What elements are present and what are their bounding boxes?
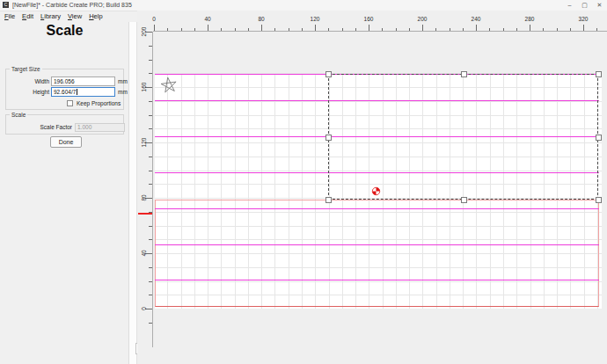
scale-factor-value: 1.000 — [77, 124, 91, 130]
application-window: C [NewFile]* - Carbide Create PRO; Build… — [0, 0, 607, 364]
v-ruler-label: 40 — [141, 250, 147, 256]
h-ruler-border — [153, 31, 607, 32]
window-controls: – ▢ ✕ — [562, 0, 607, 11]
height-unit-label: mm — [118, 89, 128, 95]
h-ruler-label: 240 — [472, 16, 481, 22]
menu-library[interactable]: Library — [40, 12, 61, 20]
stripe-vector-line[interactable] — [155, 244, 599, 245]
menu-help[interactable]: Help — [89, 12, 102, 20]
selection-handle[interactable] — [325, 197, 332, 203]
h-ruler-label: 0 — [152, 16, 156, 22]
selection-handle[interactable] — [461, 197, 467, 203]
origin-marker-icon — [371, 184, 381, 193]
v-ruler-label: 80 — [141, 194, 147, 200]
width-label: Width — [18, 78, 49, 84]
flag-outline-rect[interactable] — [155, 200, 599, 307]
v-ruler-label: 120 — [141, 138, 147, 148]
stripe-vector-line[interactable] — [155, 208, 599, 209]
height-input[interactable]: 92.604/7 — [51, 87, 115, 97]
width-input[interactable]: 196.056 — [51, 76, 115, 86]
ruler-cursor-mark — [138, 213, 152, 215]
target-size-legend: Target Size — [10, 66, 42, 73]
design-canvas-pane: 0408012016020024028032020016012080400 — [137, 11, 607, 364]
h-ruler-tick — [261, 25, 262, 31]
v-ruler-label: 200 — [141, 27, 147, 37]
h-ruler-tick — [369, 25, 369, 31]
h-ruler-tick — [208, 25, 208, 31]
scale-factor-input: 1.000 — [75, 123, 125, 132]
selection-handle[interactable] — [325, 71, 332, 77]
maximize-button[interactable]: ▢ — [577, 0, 592, 11]
keep-proportions-label: Keep Proportions — [77, 100, 121, 106]
close-button[interactable]: ✕ — [592, 0, 607, 11]
app-icon: C — [3, 2, 9, 8]
menu-bar: FileEditLibraryViewHelp — [0, 11, 137, 22]
h-ruler-tick — [476, 25, 477, 31]
width-unit-label: mm — [118, 78, 128, 84]
selection-handle[interactable] — [596, 197, 602, 203]
v-ruler-label: 0 — [141, 307, 147, 310]
selection-handle[interactable] — [325, 135, 332, 141]
h-ruler-label: 320 — [579, 16, 589, 22]
height-label: Height — [18, 89, 49, 95]
minimize-button[interactable]: – — [562, 0, 577, 11]
h-ruler-tick — [154, 25, 155, 31]
height-value: 92.604/7 — [54, 89, 76, 95]
h-ruler-label: 40 — [204, 16, 210, 22]
h-ruler-tick — [315, 25, 316, 31]
panel-title: Scale — [0, 23, 129, 39]
selection-handle[interactable] — [596, 135, 602, 141]
star-vector[interactable] — [160, 76, 178, 94]
selection-rect[interactable] — [328, 74, 598, 200]
h-ruler-tick — [422, 25, 423, 31]
h-ruler-label: 280 — [525, 16, 535, 22]
scale-tool-panel: Scale Target Size Width 196.056 mm Heigh… — [0, 22, 129, 364]
h-ruler-label: 200 — [418, 16, 428, 22]
done-button[interactable]: Done — [50, 136, 82, 148]
text-caret — [77, 89, 77, 95]
h-ruler-tick — [530, 25, 530, 31]
menu-file[interactable]: File — [4, 12, 15, 20]
h-ruler-tick — [583, 25, 584, 31]
width-value: 196.056 — [54, 78, 75, 84]
v-ruler-label: 160 — [141, 83, 147, 92]
scale-legend: Scale — [10, 112, 27, 119]
menu-edit[interactable]: Edit — [22, 12, 33, 20]
h-ruler-label: 160 — [364, 16, 374, 22]
window-title: [NewFile]* - Carbide Create PRO; Build 8… — [12, 0, 132, 11]
selection-handle[interactable] — [461, 71, 467, 77]
keep-proportions-checkbox[interactable] — [67, 100, 73, 106]
scale-factor-label: Scale Factor — [26, 124, 72, 130]
h-ruler-label: 120 — [311, 16, 320, 22]
stripe-vector-line[interactable] — [155, 280, 599, 280]
v-ruler-border — [152, 32, 153, 347]
panel-scrollbar[interactable] — [129, 22, 137, 364]
menu-view[interactable]: View — [68, 12, 82, 20]
selection-handle[interactable] — [596, 71, 602, 77]
h-ruler-label: 80 — [258, 16, 264, 22]
